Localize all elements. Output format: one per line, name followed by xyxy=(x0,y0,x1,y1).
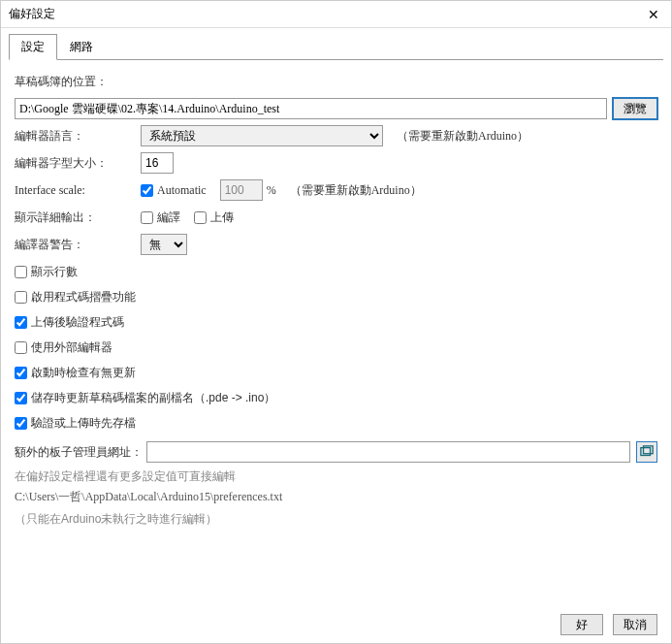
check-updates-checkbox[interactable] xyxy=(15,367,27,379)
cancel-button[interactable]: 取消 xyxy=(613,614,657,635)
verbose-upload-checkbox[interactable] xyxy=(194,211,207,224)
tabs-underline xyxy=(9,59,663,60)
language-hint: （需要重新啟動Arduino） xyxy=(397,128,528,145)
save-verify-label: 驗證或上傳時先存檔 xyxy=(31,415,136,432)
scale-pct: % xyxy=(267,183,276,198)
tab-network[interactable]: 網路 xyxy=(57,34,106,60)
verbose-compile-checkbox[interactable] xyxy=(141,211,153,224)
footer: 好 取消 xyxy=(1,606,671,643)
window-icon xyxy=(640,445,654,459)
scale-input xyxy=(220,179,263,201)
warnings-label: 編譯器警告： xyxy=(15,237,141,253)
boards-url-label: 額外的板子管理員網址： xyxy=(15,444,143,461)
tabs: 設定 網路 xyxy=(1,28,671,60)
verbose-upload-label: 上傳 xyxy=(210,209,234,226)
close-icon[interactable]: ✕ xyxy=(644,7,663,22)
update-ext-checkbox[interactable] xyxy=(15,392,27,404)
update-ext-label: 儲存時更新草稿碼檔案的副檔名（.pde -> .ino） xyxy=(31,390,275,406)
prefs-path: C:\Users\一哲\AppData\Local\Arduino15\pref… xyxy=(15,489,657,505)
scale-hint: （需要重新啟動Arduino） xyxy=(290,182,422,199)
window-title: 偏好設定 xyxy=(9,6,55,22)
verbose-label: 顯示詳細輸出： xyxy=(15,209,141,226)
code-folding-label: 啟用程式碼摺疊功能 xyxy=(31,289,136,306)
scale-auto-label: Automatic xyxy=(157,183,207,198)
edit-warning-note: （只能在Arduino未執行之時進行編輯） xyxy=(15,511,657,528)
language-label: 編輯器語言： xyxy=(15,128,141,145)
verify-upload-label: 上傳後驗證程式碼 xyxy=(31,314,124,331)
sketchbook-label: 草稿碼簿的位置： xyxy=(15,74,141,90)
check-updates-label: 啟動時檢查有無更新 xyxy=(31,365,136,381)
scale-label: Interface scale: xyxy=(15,183,141,198)
language-select[interactable]: 系統預設 xyxy=(141,125,383,146)
ok-button[interactable]: 好 xyxy=(560,614,603,635)
show-lines-checkbox[interactable] xyxy=(15,266,27,278)
verbose-compile-label: 編譯 xyxy=(157,209,180,226)
browse-button[interactable]: 瀏覽 xyxy=(613,98,657,119)
fontsize-label: 編輯器字型大小： xyxy=(15,155,141,172)
content: 草稿碼簿的位置： 瀏覽 編輯器語言： 系統預設 （需要重新啟動Arduino） … xyxy=(1,61,671,606)
boards-url-input[interactable] xyxy=(146,441,630,463)
external-editor-label: 使用外部編輯器 xyxy=(31,339,112,356)
verify-upload-checkbox[interactable] xyxy=(15,316,27,329)
sketchbook-path-input[interactable] xyxy=(15,98,607,119)
code-folding-checkbox[interactable] xyxy=(15,291,27,304)
checkbox-group: 顯示行數 啟用程式碼摺疊功能 上傳後驗證程式碼 使用外部編輯器 啟動時檢查有無更… xyxy=(15,261,657,434)
tab-settings[interactable]: 設定 xyxy=(9,34,57,60)
titlebar: 偏好設定 ✕ xyxy=(1,1,671,28)
save-verify-checkbox[interactable] xyxy=(15,417,27,430)
show-lines-label: 顯示行數 xyxy=(31,264,78,280)
scale-auto-checkbox[interactable] xyxy=(141,184,153,197)
more-settings-note: 在偏好設定檔裡還有更多設定值可直接編輯 xyxy=(15,468,657,485)
warnings-select[interactable]: 無 xyxy=(141,234,187,255)
external-editor-checkbox[interactable] xyxy=(15,341,27,354)
boards-url-edit-button[interactable] xyxy=(636,441,657,463)
fontsize-input[interactable] xyxy=(141,152,174,174)
preferences-window: 偏好設定 ✕ 設定 網路 草稿碼簿的位置： 瀏覽 編輯器語言： 系統預設 （需要… xyxy=(0,0,672,644)
